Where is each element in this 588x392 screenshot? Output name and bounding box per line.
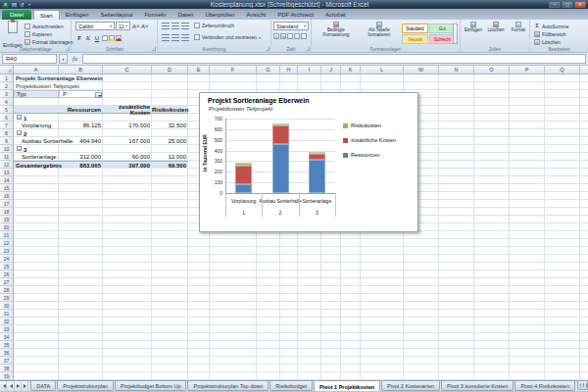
row-header-13[interactable]: 13 (0, 169, 14, 176)
font-family-select[interactable]: Calibri▾ (75, 22, 115, 30)
row-header-4[interactable]: 4 (0, 98, 14, 106)
ribbon-tab-Datei[interactable]: Datei (2, 10, 31, 20)
cell-B5[interactable]: Ressourcen (59, 107, 103, 113)
first-sheet-icon[interactable] (0, 381, 7, 391)
column-header-C[interactable]: C (103, 66, 152, 74)
name-box-dropdown-icon[interactable]: ▾ (59, 54, 68, 64)
row-header-21[interactable]: 21 (0, 231, 14, 239)
collapse-icon[interactable]: - (17, 115, 22, 120)
ribbon-tab-PDF Architect[interactable]: PDF Architect (271, 10, 319, 20)
row-header-36[interactable]: 36 (0, 349, 14, 357)
row-header-18[interactable]: 18 (0, 208, 14, 216)
dialog-launcher-icon[interactable] (152, 47, 156, 51)
grow-font-button[interactable]: A˄ (131, 22, 139, 30)
collapse-icon[interactable]: - (17, 130, 22, 135)
cell-C5[interactable]: zusätzliche Kosten (103, 104, 152, 116)
cell-area[interactable]: Projekt Sortieranlage Eberwein Projektko… (14, 74, 588, 380)
ribbon-tab-Daten[interactable]: Daten (172, 10, 199, 20)
row-header-22[interactable]: 22 (0, 239, 14, 247)
column-header-F[interactable]: F (210, 66, 257, 74)
cells-löschen-button[interactable]: Löschen (485, 22, 507, 32)
minimize-button[interactable]: – (549, 1, 561, 8)
row-header-1[interactable]: 1 (0, 74, 14, 82)
group-row-2[interactable]: -2 (14, 129, 59, 137)
italic-button[interactable]: K (84, 33, 92, 42)
row-header-10[interactable]: 10 (0, 145, 14, 153)
row-header-5[interactable]: 5 (0, 106, 14, 114)
wrap-text-button[interactable]: Zeilenumbruch (194, 22, 234, 29)
previous-sheet-icon[interactable] (7, 381, 14, 391)
row-header-27[interactable]: 27 (0, 278, 14, 286)
column-header-D[interactable]: D (152, 66, 188, 74)
row-header-17[interactable]: 17 (0, 200, 14, 208)
row-header-12[interactable]: 12 (0, 161, 14, 169)
shrink-font-button[interactable]: A˅ (140, 22, 148, 30)
row-header-24[interactable]: 24 (0, 255, 14, 263)
dialog-launcher-icon[interactable] (306, 47, 310, 51)
cell-B3[interactable]: P (59, 90, 103, 98)
total-row[interactable]: Gesamtergebnis 863.065 397.000 69.500 (14, 161, 188, 169)
conditional-formatting-button[interactable]: Bedingte Formatierung (316, 22, 357, 37)
undo-icon[interactable]: ↺ (20, 2, 26, 8)
group-row-3[interactable]: -3 (14, 145, 59, 153)
row-header-31[interactable]: 31 (0, 310, 14, 318)
bold-button[interactable]: F (75, 33, 83, 42)
sheet-tab-Pivot 2 Kostenarten[interactable]: Pivot 2 Kostenarten (381, 381, 440, 391)
align-bottom-icon[interactable] (181, 23, 189, 29)
row-header-39[interactable]: 39 (0, 372, 14, 380)
ribbon-tab-Einfügen[interactable]: Einfügen (60, 10, 95, 20)
merge-center-button[interactable]: Verbinden und zentrieren ▾ (194, 33, 261, 41)
row-header-33[interactable]: 33 (0, 325, 14, 333)
column-header-K[interactable]: K (341, 66, 361, 74)
cell-A1[interactable]: Projekt Sortieranlage Eberwein (14, 74, 103, 82)
row-header-34[interactable]: 34 (0, 333, 14, 341)
column-header-I[interactable]: I (298, 66, 321, 74)
row-header-30[interactable]: 30 (0, 302, 14, 310)
sheet-tab-Pivot 3 kumulierte Kosten[interactable]: Pivot 3 kumulierte Kosten (441, 381, 514, 391)
font-color-icon[interactable]: A (116, 35, 122, 41)
data-row-vorplanung[interactable]: Vorplanung 86.125 170.000 32.500 (14, 122, 188, 129)
last-sheet-icon[interactable] (22, 381, 28, 391)
cell-style-Schlecht[interactable]: Schlecht (429, 34, 456, 44)
row-header-6[interactable]: 6 (0, 114, 14, 122)
column-header-Q[interactable]: Q (545, 66, 580, 74)
column-header-M[interactable]: M (404, 66, 439, 74)
sheet-tab-Projektstrukturplan[interactable]: Projektstrukturplan (57, 381, 114, 391)
cells-format-button[interactable]: Format (508, 22, 529, 32)
sheet-tab-Projektstrukturplan Top down[interactable]: Projektstrukturplan Top down (187, 381, 269, 391)
column-header-A[interactable]: A (14, 66, 59, 74)
row-header-15[interactable]: 15 (0, 184, 14, 192)
format-as-table-button[interactable]: Als Tabelle formatieren (359, 22, 400, 37)
row-header-14[interactable]: 14 (0, 176, 14, 184)
column-header-R[interactable]: R (580, 66, 588, 74)
ribbon-tab-Überprüfen[interactable]: Überprüfen (199, 10, 240, 20)
editing-item-1[interactable]: Füllbereich (534, 30, 569, 38)
clipboard-item-2[interactable]: Format übertragen (24, 38, 73, 46)
row-header-35[interactable]: 35 (0, 341, 14, 349)
pivot-chart[interactable]: Projekt Sortieranlage Eberwein Projektko… (199, 92, 418, 232)
cell-A3[interactable]: Typ (14, 90, 59, 98)
close-button[interactable]: ✕ (574, 1, 586, 8)
align-right-icon[interactable] (181, 34, 189, 41)
ribbon-tab-Seitenlayout[interactable]: Seitenlayout (94, 10, 138, 20)
row-header-28[interactable]: 28 (0, 286, 14, 294)
row-header-20[interactable]: 20 (0, 223, 14, 231)
column-header-J[interactable]: J (321, 66, 341, 74)
paste-button[interactable]: Einfügen (3, 21, 22, 47)
row-header-7[interactable]: 7 (0, 122, 14, 129)
row-header-2[interactable]: 2 (0, 82, 14, 90)
ribbon-tab-Ansicht[interactable]: Ansicht (240, 10, 271, 20)
data-row-sortieranlage[interactable]: Sortieranlage 312.000 60.000 12.000 (14, 153, 188, 161)
cell-style-Neutral[interactable]: Neutral (402, 34, 428, 44)
name-box[interactable]: R40 (2, 54, 57, 64)
maximize-button[interactable]: ▢ (562, 1, 573, 8)
save-icon[interactable] (11, 2, 18, 8)
sheet-tab-DATA[interactable]: DATA (30, 381, 56, 391)
group-row-1[interactable]: -1 (14, 114, 59, 122)
sheet-tab-Risikobudget[interactable]: Risikobudget (270, 381, 313, 391)
filter-dropdown-icon[interactable] (95, 92, 102, 99)
increase-decimal-icon[interactable] (294, 33, 300, 39)
cells-einfügen-button[interactable]: Einfügen (463, 22, 484, 32)
align-center-icon[interactable] (172, 34, 179, 41)
ribbon-tab-Start[interactable]: Start (33, 10, 60, 20)
